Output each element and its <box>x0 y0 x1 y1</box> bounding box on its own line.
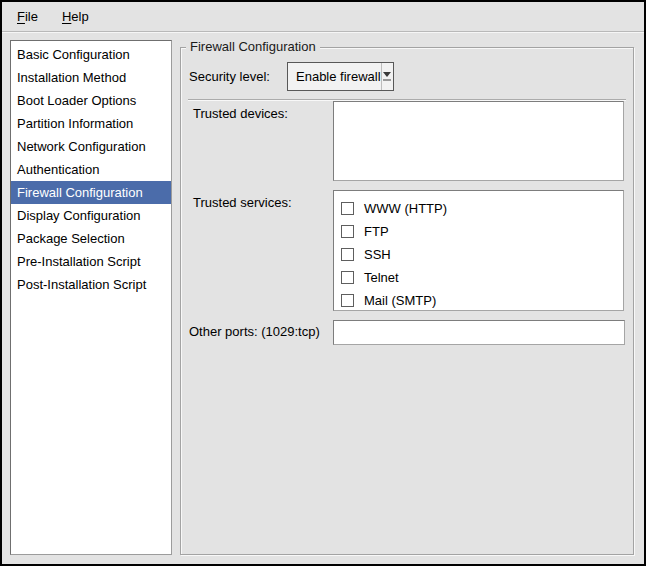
trusted-services-label: Trusted services: <box>193 195 292 210</box>
sidebar-item-boot-loader-options[interactable]: Boot Loader Options <box>11 89 171 112</box>
checkbox-unchecked-icon[interactable] <box>341 225 354 238</box>
arrow-down-icon <box>383 72 391 77</box>
trusted-service-label: SSH <box>364 247 391 262</box>
sidebar-item-label: Post-Installation Script <box>17 277 146 292</box>
sidebar-item-display-configuration[interactable]: Display Configuration <box>11 204 171 227</box>
trusted-service-row-ftp[interactable]: FTP <box>341 220 623 243</box>
frame-title: Firewall Configuration <box>186 39 320 54</box>
trusted-service-row-ssh[interactable]: SSH <box>341 243 623 266</box>
sidebar-item-label: Network Configuration <box>17 139 146 154</box>
sidebar-item-pre-installation-script[interactable]: Pre-Installation Script <box>11 250 171 273</box>
combo-dropdown-arrow-icon[interactable] <box>381 63 393 90</box>
trusted-devices-list[interactable] <box>333 101 624 181</box>
trusted-service-row-www-http-[interactable]: WWW (HTTP) <box>341 197 623 220</box>
menu-help-mnemonic: H <box>62 9 71 24</box>
sidebar-item-label: Authentication <box>17 162 99 177</box>
arrow-bar-icon <box>383 79 391 81</box>
menu-file-label: ile <box>25 9 38 24</box>
security-level-value: Enable firewall <box>288 69 381 84</box>
menu-file[interactable]: File <box>14 7 41 26</box>
sidebar-item-label: Installation Method <box>17 70 126 85</box>
sidebar-list: Basic ConfigurationInstallation MethodBo… <box>10 40 172 555</box>
trusted-devices-label: Trusted devices: <box>193 106 288 121</box>
firewall-configuration-frame: Firewall Configuration Security level: E… <box>180 47 634 555</box>
trusted-service-label: Mail (SMTP) <box>364 293 436 308</box>
sidebar-item-authentication[interactable]: Authentication <box>11 158 171 181</box>
sidebar-item-label: Basic Configuration <box>17 47 130 62</box>
trusted-service-row-telnet[interactable]: Telnet <box>341 266 623 289</box>
checkbox-unchecked-icon[interactable] <box>341 294 354 307</box>
trusted-service-label: WWW (HTTP) <box>364 201 447 216</box>
sidebar-item-network-configuration[interactable]: Network Configuration <box>11 135 171 158</box>
menu-help[interactable]: Help <box>59 7 92 26</box>
menu-help-label: elp <box>71 9 88 24</box>
other-ports-input[interactable] <box>333 320 625 345</box>
sidebar-item-label: Firewall Configuration <box>17 185 143 200</box>
sidebar-item-label: Package Selection <box>17 231 125 246</box>
sidebar-item-partition-information[interactable]: Partition Information <box>11 112 171 135</box>
checkbox-unchecked-icon[interactable] <box>341 248 354 261</box>
checkbox-unchecked-icon[interactable] <box>341 202 354 215</box>
trusted-services-list: WWW (HTTP) FTP SSH Telnet Mail (SMTP) <box>333 190 624 311</box>
sidebar-item-label: Boot Loader Options <box>17 93 136 108</box>
trusted-service-label: Telnet <box>364 270 399 285</box>
security-level-combobox[interactable]: Enable firewall <box>287 62 394 91</box>
security-level-label: Security level: <box>189 69 270 84</box>
trusted-service-row-mail-smtp-[interactable]: Mail (SMTP) <box>341 289 623 312</box>
trusted-service-label: FTP <box>364 224 389 239</box>
sidebar-item-installation-method[interactable]: Installation Method <box>11 66 171 89</box>
menu-file-mnemonic: F <box>17 9 25 24</box>
sidebar-item-firewall-configuration[interactable]: Firewall Configuration <box>11 181 171 204</box>
sidebar-item-basic-configuration[interactable]: Basic Configuration <box>11 43 171 66</box>
sidebar-item-package-selection[interactable]: Package Selection <box>11 227 171 250</box>
checkbox-unchecked-icon[interactable] <box>341 271 354 284</box>
menubar: File Help <box>2 2 644 32</box>
sidebar-item-label: Display Configuration <box>17 208 141 223</box>
sidebar-item-label: Partition Information <box>17 116 133 131</box>
other-ports-label: Other ports: (1029:tcp) <box>189 324 320 339</box>
sidebar-item-post-installation-script[interactable]: Post-Installation Script <box>11 273 171 296</box>
sidebar-item-label: Pre-Installation Script <box>17 254 141 269</box>
kickstart-configurator-window: File Help Basic ConfigurationInstallatio… <box>0 0 646 566</box>
